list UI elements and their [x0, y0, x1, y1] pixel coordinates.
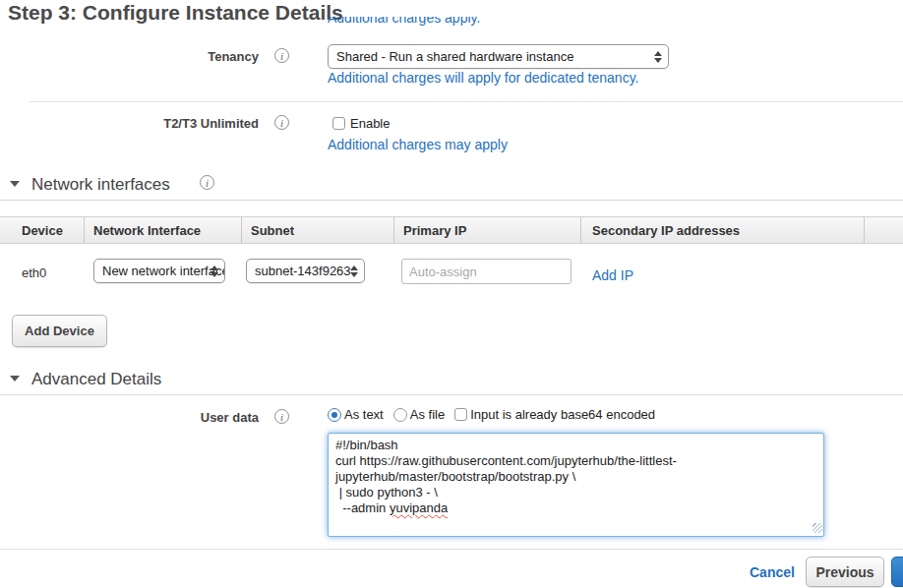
col-header-network-interface: Network Interface	[93, 223, 201, 238]
interfaces-table-header: Device Network Interface Subnet Primary …	[0, 216, 903, 244]
network-interface-select[interactable]: New network interface	[93, 259, 225, 283]
col-header-primary-ip: Primary IP	[403, 223, 466, 238]
configure-instance-page: Step 3: Configure Instance Details Addit…	[0, 0, 903, 588]
network-interfaces-title: Network interfaces	[31, 175, 170, 195]
user-data-textarea[interactable]: #!/bin/bash curl https://raw.githubuserc…	[328, 433, 824, 537]
add-ip-link[interactable]: Add IP	[592, 267, 633, 283]
select-stepper-icon	[350, 265, 358, 277]
user-data-info-icon[interactable]: i	[274, 409, 289, 424]
page-title: Step 3: Configure Instance Details	[8, 1, 343, 25]
section-rule	[0, 394, 903, 395]
as-file-label: As file	[410, 407, 445, 422]
subnet-select[interactable]: subnet-143f9263	[246, 259, 365, 283]
select-stepper-icon	[654, 51, 662, 63]
tenancy-info-icon[interactable]: i	[274, 48, 289, 63]
column-divider	[864, 217, 865, 244]
column-divider	[393, 217, 394, 244]
t2t3-enable-checkbox[interactable]	[332, 117, 345, 130]
base64-label: Input is already base64 encoded	[470, 407, 655, 422]
base64-checkbox[interactable]	[454, 408, 467, 421]
tenancy-select[interactable]: Shared - Run a shared hardware instance	[328, 44, 669, 69]
footer-divider	[0, 549, 903, 550]
network-interface-select-value: New network interface	[102, 264, 225, 278]
tenancy-select-value: Shared - Run a shared hardware instance	[336, 49, 573, 64]
t2t3-info-icon[interactable]: i	[274, 115, 289, 130]
add-device-button[interactable]: Add Device	[12, 315, 107, 347]
tenancy-note-link[interactable]: Additional charges will apply for dedica…	[328, 70, 638, 86]
user-data-options: As text As file Input is already base64 …	[328, 407, 655, 422]
user-data-label: User data	[0, 410, 259, 425]
t2t3-enable-label: Enable	[350, 116, 390, 131]
tenancy-label: Tenancy	[0, 49, 259, 64]
col-header-device: Device	[22, 223, 63, 238]
column-divider	[84, 217, 85, 244]
as-text-label: As text	[344, 407, 384, 422]
network-interfaces-info-icon[interactable]: i	[200, 175, 214, 190]
col-header-subnet: Subnet	[251, 223, 294, 238]
cancel-link[interactable]: Cancel	[750, 564, 795, 580]
textarea-resize-handle[interactable]	[813, 523, 822, 533]
advanced-details-collapse-icon[interactable]	[10, 376, 20, 382]
column-divider	[580, 217, 581, 244]
primary-ip-input[interactable]	[401, 259, 572, 284]
next-button-partial[interactable]	[891, 557, 903, 587]
t2t3-label: T2/T3 Unlimited	[0, 116, 259, 131]
clipped-additional-charges-link[interactable]: Additional charges apply.	[328, 17, 480, 30]
advanced-details-title: Advanced Details	[31, 370, 161, 389]
section-rule	[0, 200, 903, 201]
device-name-cell: eth0	[22, 265, 46, 280]
network-interfaces-collapse-icon[interactable]	[10, 181, 20, 187]
col-header-secondary-ip: Secondary IP addresses	[592, 223, 740, 238]
as-text-radio[interactable]	[328, 408, 341, 422]
subnet-select-value: subnet-143f9263	[255, 264, 351, 278]
row-divider	[30, 101, 903, 102]
previous-button[interactable]: Previous	[806, 557, 884, 587]
column-divider	[241, 217, 242, 244]
as-file-radio[interactable]	[393, 408, 407, 422]
t2t3-note-link[interactable]: Additional charges may apply	[328, 137, 508, 152]
select-stepper-icon	[211, 265, 218, 277]
